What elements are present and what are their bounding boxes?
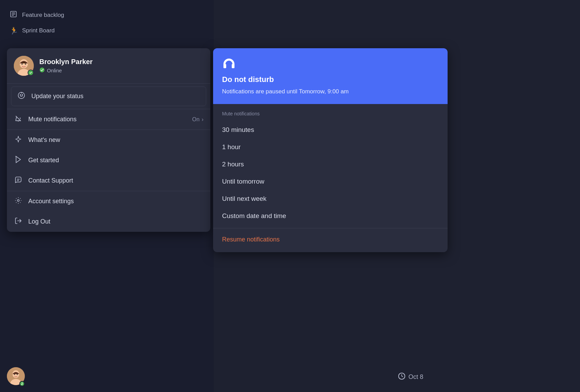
log-out-item[interactable]: Log Out: [7, 212, 210, 232]
account-section: Account settings Log Out: [7, 191, 210, 232]
gear-icon: [14, 197, 23, 206]
dnd-header: Do not disturb Notifications are paused …: [213, 48, 448, 104]
sidebar: Feature backlog 🏃 Sprint Board: [0, 0, 214, 45]
online-dot: [28, 70, 33, 75]
update-status-item[interactable]: Update your status: [11, 86, 206, 106]
user-menu-popup: Brooklyn Parker Online: [7, 48, 210, 232]
mute-1hour-option[interactable]: 1 hour: [222, 138, 439, 156]
bell-mute-icon: [14, 115, 23, 124]
smiley-icon: [17, 92, 26, 101]
sidebar-item-label: Feature backlog: [22, 12, 64, 19]
user-name: Brooklyn Parker: [39, 58, 93, 66]
logout-icon: [14, 217, 23, 226]
update-status-section: Update your status: [7, 83, 210, 106]
clock-icon: [398, 372, 406, 382]
svg-point-8: [17, 374, 18, 375]
mute-options-section: Mute notifications 30 minutes 1 hour 2 h…: [213, 104, 448, 228]
resume-notifications-button[interactable]: Resume notifications: [222, 234, 280, 245]
mute-until-next-week-option[interactable]: Until next week: [222, 190, 439, 207]
account-settings-item[interactable]: Account settings: [7, 191, 210, 212]
document-icon: [10, 10, 17, 20]
svg-point-14: [21, 63, 23, 65]
online-indicator: [28, 70, 34, 76]
mute-status: On ›: [192, 116, 203, 123]
status-badge-bottom: Z: [19, 381, 25, 386]
whats-new-label: What's new: [28, 136, 203, 144]
dnd-subtitle: Notifications are paused until Tomorrow,…: [222, 87, 439, 96]
mute-2hours-option[interactable]: 2 hours: [222, 156, 439, 173]
misc-items-section: What's new Get started Contact Support: [7, 130, 210, 191]
update-status-button[interactable]: Update your status: [11, 87, 206, 106]
user-header: Brooklyn Parker Online: [7, 48, 210, 83]
update-status-label: Update your status: [31, 93, 200, 100]
sidebar-item-label: Sprint Board: [22, 27, 55, 34]
chat-icon: [14, 176, 23, 185]
svg-point-25: [17, 199, 19, 202]
chevron-right-icon: ›: [202, 116, 203, 123]
z-letter: Z: [21, 382, 23, 385]
status-label: Online: [47, 68, 62, 73]
date-label: Oct 8: [408, 373, 423, 381]
mute-until-tomorrow-option[interactable]: Until tomorrow: [222, 173, 439, 190]
get-started-label: Get started: [28, 157, 203, 164]
svg-marker-21: [16, 156, 21, 163]
date-area: Oct 8: [241, 372, 580, 382]
whats-new-item[interactable]: What's new: [7, 130, 210, 150]
mute-custom-option[interactable]: Custom date and time: [222, 207, 439, 225]
mute-section-label: Mute notifications: [222, 111, 439, 116]
sidebar-item-feature-backlog[interactable]: Feature backlog: [6, 7, 208, 23]
mute-30min-option[interactable]: 30 minutes: [222, 121, 439, 138]
mute-status-text: On: [192, 116, 199, 123]
user-info: Brooklyn Parker Online: [39, 58, 93, 74]
mute-notifications-label: Mute notifications: [28, 116, 187, 123]
user-avatar-container: [14, 56, 34, 76]
resume-notifications-section: Resume notifications: [213, 228, 448, 252]
arrow-icon: [14, 156, 23, 165]
svg-point-7: [14, 374, 15, 375]
mute-notifications-item[interactable]: Mute notifications On ›: [7, 109, 210, 130]
contact-support-label: Contact Support: [28, 177, 203, 184]
svg-point-15: [25, 63, 26, 65]
svg-point-18: [20, 94, 21, 95]
sparkle-icon: [14, 135, 23, 145]
account-settings-label: Account settings: [28, 198, 203, 205]
get-started-item[interactable]: Get started: [7, 150, 210, 171]
svg-rect-28: [232, 64, 234, 68]
dnd-menu-popup: Do not disturb Notifications are paused …: [213, 48, 448, 252]
log-out-label: Log Out: [28, 218, 203, 225]
svg-point-19: [22, 94, 23, 95]
dnd-title: Do not disturb: [222, 75, 439, 84]
contact-support-item[interactable]: Contact Support: [7, 171, 210, 191]
user-status: Online: [39, 67, 93, 74]
headphones-icon: [222, 56, 439, 70]
svg-rect-27: [223, 64, 226, 68]
mute-notifications-section: Mute notifications On ›: [7, 109, 210, 130]
svg-point-16: [40, 68, 44, 72]
sprint-icon: 🏃: [10, 27, 17, 35]
sidebar-item-sprint-board[interactable]: 🏃 Sprint Board: [6, 23, 208, 38]
status-icon: [39, 67, 45, 74]
